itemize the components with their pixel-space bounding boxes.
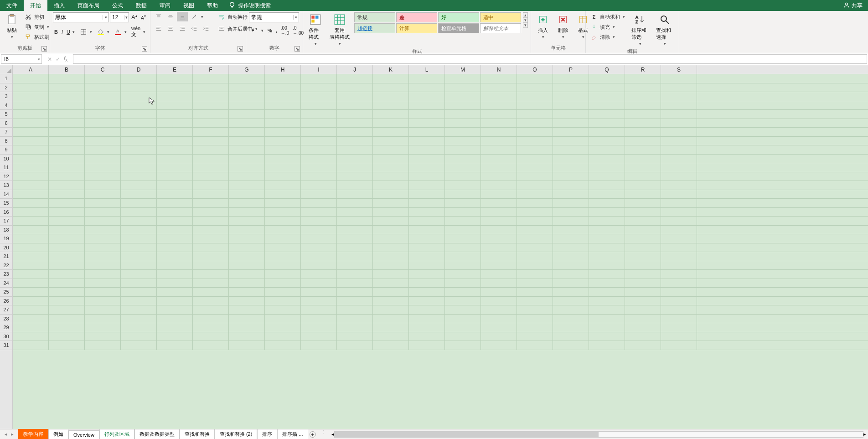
- cell[interactable]: [517, 128, 553, 136]
- cell[interactable]: [625, 305, 661, 314]
- cell[interactable]: [337, 315, 373, 323]
- cell[interactable]: [157, 243, 193, 252]
- cell[interactable]: [337, 270, 373, 279]
- cell[interactable]: [589, 261, 625, 270]
- cell[interactable]: [301, 190, 337, 199]
- cell[interactable]: [229, 128, 265, 136]
- cell[interactable]: [517, 297, 553, 305]
- cell[interactable]: [517, 155, 553, 163]
- row-header[interactable]: 17: [0, 217, 12, 226]
- cell[interactable]: [409, 208, 445, 217]
- cell[interactable]: [337, 155, 373, 163]
- cell[interactable]: [301, 315, 337, 323]
- cell[interactable]: [49, 208, 85, 217]
- cell[interactable]: [85, 261, 121, 270]
- cell[interactable]: [157, 128, 193, 136]
- row-header[interactable]: 21: [0, 252, 12, 261]
- cell[interactable]: [445, 297, 481, 305]
- cell[interactable]: [589, 217, 625, 225]
- cell[interactable]: [229, 101, 265, 110]
- cell[interactable]: [229, 92, 265, 101]
- cell[interactable]: [589, 101, 625, 110]
- cell-style-3[interactable]: 适中: [480, 12, 521, 22]
- row-header[interactable]: 4: [0, 101, 12, 110]
- cell[interactable]: [553, 323, 589, 332]
- cell[interactable]: [553, 128, 589, 136]
- cell[interactable]: [661, 190, 697, 199]
- cell[interactable]: [661, 199, 697, 207]
- cell[interactable]: [157, 145, 193, 154]
- dialog-launcher-icon[interactable]: ⬊: [238, 46, 243, 52]
- cell[interactable]: [589, 163, 625, 172]
- cell[interactable]: [553, 279, 589, 288]
- cell[interactable]: [409, 155, 445, 163]
- cell[interactable]: [121, 83, 157, 92]
- cell[interactable]: [157, 110, 193, 119]
- column-header[interactable]: J: [337, 65, 373, 74]
- cell[interactable]: [553, 181, 589, 190]
- cell[interactable]: [193, 288, 229, 296]
- font-size-input[interactable]: [110, 14, 124, 21]
- decrease-indent-button[interactable]: [189, 24, 200, 33]
- cell[interactable]: [193, 92, 229, 101]
- cell[interactable]: [481, 119, 517, 128]
- cell[interactable]: [409, 172, 445, 181]
- cell[interactable]: [409, 101, 445, 110]
- align-bottom-button[interactable]: [177, 12, 188, 21]
- cell[interactable]: [589, 243, 625, 252]
- cell[interactable]: [265, 145, 301, 154]
- cell[interactable]: [337, 208, 373, 217]
- cell[interactable]: [517, 279, 553, 288]
- cell[interactable]: [445, 217, 481, 225]
- cell[interactable]: [193, 128, 229, 136]
- cell[interactable]: [409, 83, 445, 92]
- cell[interactable]: [337, 190, 373, 199]
- row-header[interactable]: 19: [0, 234, 12, 243]
- row-header[interactable]: 31: [0, 341, 12, 350]
- cell[interactable]: [517, 217, 553, 225]
- cell[interactable]: [625, 288, 661, 296]
- cell[interactable]: [373, 305, 409, 314]
- cell[interactable]: [625, 190, 661, 199]
- cell[interactable]: [301, 155, 337, 163]
- cell[interactable]: [85, 163, 121, 172]
- cell[interactable]: [481, 234, 517, 243]
- row-header[interactable]: 27: [0, 305, 12, 315]
- cell[interactable]: [121, 92, 157, 101]
- cell[interactable]: [49, 243, 85, 252]
- cell[interactable]: [193, 341, 229, 350]
- sheet-tab[interactable]: 数据及数据类型: [134, 429, 180, 439]
- cell[interactable]: [49, 163, 85, 172]
- cell[interactable]: [517, 199, 553, 207]
- cell[interactable]: [157, 279, 193, 288]
- cell[interactable]: [517, 234, 553, 243]
- cell-style-7[interactable]: 解释性文本: [480, 23, 521, 33]
- cell[interactable]: [625, 74, 661, 83]
- cell[interactable]: [589, 92, 625, 101]
- cell[interactable]: [517, 163, 553, 172]
- cell[interactable]: [445, 270, 481, 279]
- cell[interactable]: [49, 279, 85, 288]
- cell[interactable]: [121, 145, 157, 154]
- cell[interactable]: [373, 270, 409, 279]
- cell[interactable]: [553, 217, 589, 225]
- row-header[interactable]: 26: [0, 297, 12, 306]
- cell[interactable]: [85, 92, 121, 101]
- sheet-tab[interactable]: 查找和替换: [180, 429, 215, 439]
- cell[interactable]: [157, 208, 193, 217]
- cell[interactable]: [409, 110, 445, 119]
- cell[interactable]: [265, 288, 301, 296]
- cell[interactable]: [193, 119, 229, 128]
- cell[interactable]: [301, 128, 337, 136]
- cell[interactable]: [301, 297, 337, 305]
- cell[interactable]: [445, 128, 481, 136]
- cell[interactable]: [229, 199, 265, 207]
- cell[interactable]: [373, 145, 409, 154]
- cell[interactable]: [409, 199, 445, 207]
- cell[interactable]: [625, 145, 661, 154]
- cell[interactable]: [301, 110, 337, 119]
- cell[interactable]: [229, 137, 265, 145]
- cell[interactable]: [409, 74, 445, 83]
- cell[interactable]: [517, 270, 553, 279]
- cell[interactable]: [625, 172, 661, 181]
